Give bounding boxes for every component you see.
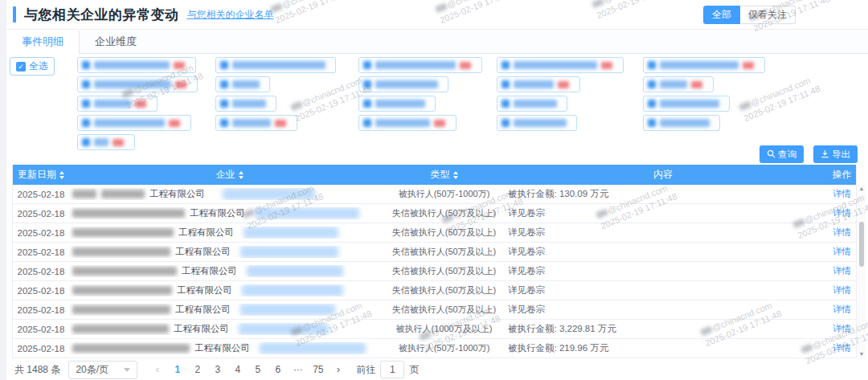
detail-link[interactable]: 详情 <box>828 188 856 200</box>
scroll-down-icon[interactable]: ▼ <box>858 350 866 358</box>
blurred-label <box>660 119 710 127</box>
filter-option-chip[interactable] <box>77 115 191 131</box>
blurred-company-name <box>72 247 170 256</box>
sort-icon[interactable] <box>59 171 64 179</box>
filter-option-chip[interactable] <box>215 76 270 92</box>
pager-next-button[interactable]: › <box>328 360 348 379</box>
filter-watched-only-button[interactable]: 仅看关注 <box>740 6 796 24</box>
page-number-1[interactable]: 1 <box>167 360 187 379</box>
blurred-label <box>94 119 165 127</box>
query-button[interactable]: 查询 <box>760 145 804 163</box>
filter-option-blurred-content <box>82 138 124 146</box>
cell-company: 工程有限公司 <box>69 246 390 258</box>
detail-link[interactable]: 详情 <box>828 246 856 258</box>
filter-option-chip[interactable] <box>497 76 580 92</box>
filter-option-chip[interactable] <box>77 76 198 92</box>
filter-option-chip[interactable] <box>358 76 448 92</box>
page-number-4[interactable]: 4 <box>227 360 248 379</box>
export-button[interactable]: 导出 <box>813 145 858 163</box>
select-all-checkbox[interactable]: ✓ 全选 <box>10 57 55 76</box>
checkbox-icon <box>363 119 371 127</box>
related-companies-link[interactable]: 与您相关的企业名单 <box>187 8 274 22</box>
page-size-select[interactable]: 20条/页 <box>68 361 137 379</box>
sort-ascending-icon <box>239 171 244 174</box>
select-all-label: 全选 <box>29 59 48 73</box>
detail-link[interactable]: 详情 <box>828 342 856 354</box>
filter-option-chip[interactable] <box>643 96 730 112</box>
filter-option-chip[interactable] <box>643 115 720 131</box>
filter-option-chip[interactable] <box>215 96 276 112</box>
blurred-label <box>94 61 170 69</box>
filter-option-chip[interactable] <box>497 115 577 131</box>
sort-icon[interactable] <box>453 171 458 179</box>
filter-option-blurred-content <box>220 80 260 88</box>
cell-company: 工程有限公司 <box>69 207 390 219</box>
filter-option-chip[interactable] <box>358 96 436 112</box>
filter-option-chip[interactable] <box>77 96 158 112</box>
detail-link[interactable]: 详情 <box>828 323 856 335</box>
page-number-75[interactable]: 75 <box>308 360 328 379</box>
blurred-company-name <box>72 267 177 276</box>
cell-content: 详见卷宗 <box>498 207 828 219</box>
blurred-count-badge <box>691 81 702 88</box>
detail-link[interactable]: 详情 <box>828 304 856 316</box>
cell-update-date: 2025-02-18 <box>13 209 69 219</box>
detail-link[interactable]: 详情 <box>828 265 856 277</box>
detail-link[interactable]: 详情 <box>828 207 856 219</box>
page-number-2[interactable]: 2 <box>187 360 207 379</box>
checkbox-icon <box>363 100 371 108</box>
filter-option-blurred-content <box>82 100 146 108</box>
chevron-down-icon <box>124 368 130 372</box>
cell-update-date: 2025-02-18 <box>13 267 69 276</box>
company-suffix: 工程有限公司 <box>149 188 205 200</box>
blurred-label <box>660 80 687 88</box>
goto-page-input[interactable] <box>380 361 404 378</box>
page-number-6[interactable]: 6 <box>268 360 288 379</box>
page: 与您相关企业的异常变动 与您相关的企业名单 全部 仅看关注 事件明细 企业维度 … <box>0 0 868 380</box>
checkbox-icon <box>220 119 228 127</box>
company-suffix: 工程有限公司 <box>190 207 245 219</box>
filter-option-chip[interactable] <box>215 115 297 131</box>
column-header-3[interactable]: 类型 <box>390 165 498 185</box>
filter-option-chip[interactable] <box>77 57 196 73</box>
tabs-bar: 事件明细 企业维度 <box>6 31 868 54</box>
scroll-up-icon[interactable]: ▲ <box>858 185 866 193</box>
sort-descending-icon <box>59 176 64 179</box>
blurred-username <box>739 101 751 112</box>
page-number-5[interactable]: 5 <box>248 360 268 379</box>
filter-option-chip[interactable] <box>643 76 714 92</box>
events-table: 更新日期企业类型内容操作 2025-02-18工程有限公司被执行人(50万-10… <box>12 165 857 358</box>
filter-option-chip[interactable] <box>497 57 624 73</box>
page-number-3[interactable]: 3 <box>207 360 227 379</box>
checkbox-icon <box>82 119 90 127</box>
checkbox-icon <box>82 138 90 146</box>
scrollbar-thumb[interactable] <box>859 222 864 267</box>
blurred-label <box>232 80 260 88</box>
search-icon <box>767 149 776 160</box>
company-suffix: 工程有限公司 <box>194 342 250 354</box>
filter-option-blurred-content <box>220 61 326 69</box>
filter-option-chip[interactable] <box>643 57 765 73</box>
filter-option-chip[interactable] <box>497 96 567 112</box>
filter-option-chip[interactable] <box>358 115 457 131</box>
filter-option-blurred-content <box>502 100 557 108</box>
blurred-label <box>514 100 557 108</box>
detail-link[interactable]: 详情 <box>828 227 856 239</box>
cell-type: 失信被执行人(50万及以上) <box>390 284 498 296</box>
filter-option-chip[interactable] <box>358 57 482 73</box>
filter-all-button[interactable]: 全部 <box>703 6 740 24</box>
column-header-label: 内容 <box>653 168 673 182</box>
sort-icon[interactable] <box>239 171 244 179</box>
pager-prev-button[interactable]: ‹ <box>147 360 167 379</box>
filter-option-chip[interactable] <box>215 57 336 73</box>
detail-link[interactable]: 详情 <box>828 284 856 296</box>
tab-company-dimension[interactable]: 企业维度 <box>80 31 152 53</box>
table-row: 2025-02-18工程有限公司失信被执行人(50万及以上)详见卷宗详情 <box>13 204 856 223</box>
tab-event-detail[interactable]: 事件明细 <box>6 31 80 54</box>
column-header-1[interactable]: 更新日期 <box>13 165 69 185</box>
column-header-2[interactable]: 企业 <box>69 165 390 185</box>
filter-option-chip[interactable] <box>77 134 135 150</box>
cell-type: 失信被执行人(50万及以上) <box>390 265 498 277</box>
vertical-scrollbar[interactable]: ▲ ▼ <box>858 185 866 358</box>
cell-content: 详见卷宗 <box>498 227 828 239</box>
